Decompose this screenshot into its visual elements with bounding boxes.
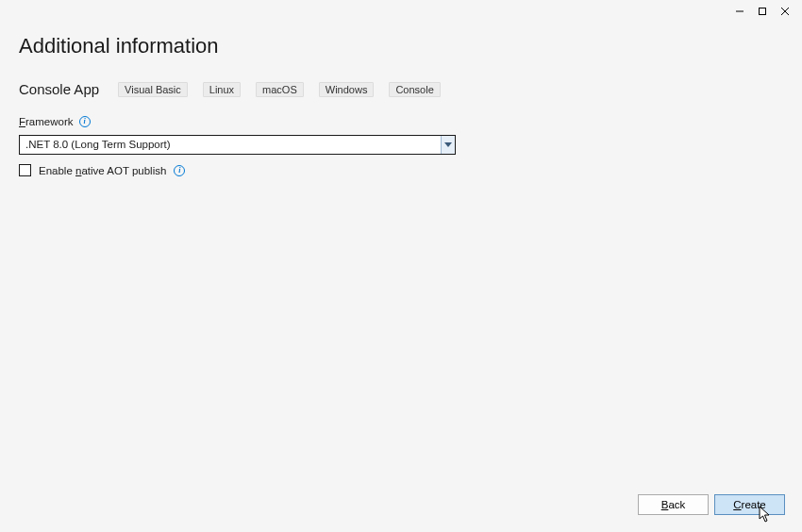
tag-console: Console [389,82,440,97]
page-title: Additional information [19,34,783,58]
tag-windows: Windows [319,82,375,97]
aot-checkbox[interactable] [19,164,31,176]
framework-label: Framework [19,116,74,127]
tag-macos: macOS [256,82,304,97]
project-type-label: Console App [19,81,99,97]
framework-label-row: Framework i [19,116,783,127]
dropdown-arrow[interactable] [441,136,455,154]
content-area: Additional information Console App Visua… [0,34,802,176]
maximize-button[interactable] [751,0,774,23]
framework-select-value: .NET 8.0 (Long Term Support) [20,136,441,154]
footer-buttons: Back Create [638,494,785,515]
info-icon[interactable]: i [174,165,185,176]
minimize-button[interactable] [728,0,751,23]
info-icon[interactable]: i [79,116,91,127]
close-icon [780,7,790,16]
minimize-icon [735,7,744,16]
chevron-down-icon [444,142,452,147]
tag-linux: Linux [203,82,241,97]
maximize-icon [758,7,767,16]
tag-visual-basic: Visual Basic [118,82,188,97]
titlebar [0,0,802,23]
svg-rect-1 [760,8,766,15]
project-type-row: Console App Visual Basic Linux macOS Win… [19,81,783,97]
framework-select[interactable]: .NET 8.0 (Long Term Support) [19,135,456,155]
back-button[interactable]: Back [638,494,709,515]
aot-checkbox-row: Enable native AOT publish i [19,164,783,176]
aot-checkbox-label: Enable native AOT publish [39,165,166,176]
create-button[interactable]: Create [714,494,785,515]
close-button[interactable] [774,0,796,23]
